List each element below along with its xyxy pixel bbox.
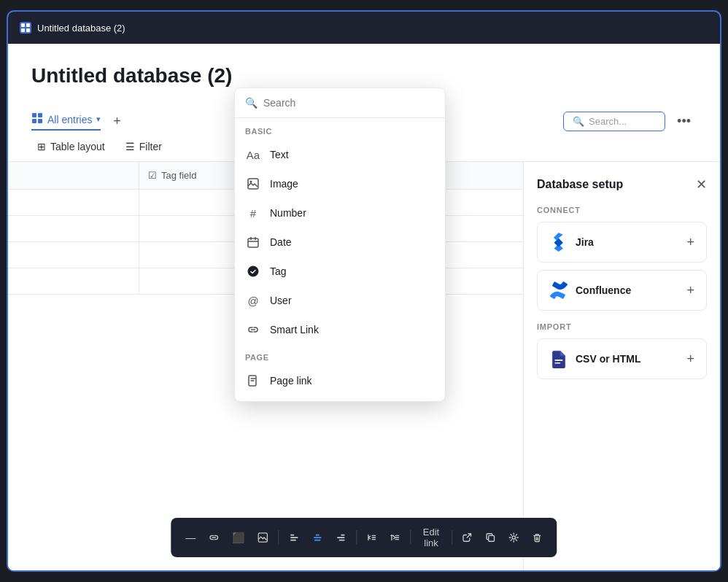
field-type-number[interactable]: # Number [235,198,445,228]
col-tag-label: Tag field [161,170,196,181]
filter-icon: ☰ [125,141,135,152]
search-box[interactable]: 🔍 Search... [563,112,665,131]
import-section: IMPORT CSV or HTML [537,322,707,379]
db-setup-header: Database setup ✕ [537,176,707,193]
svg-rect-21 [314,540,320,541]
jira-add-icon: + [686,235,694,250]
svg-rect-3 [26,28,30,32]
csv-add-icon: + [686,352,694,367]
tool-align-center[interactable] [308,529,327,546]
field-type-user[interactable]: @ User [235,286,445,315]
edit-link-button[interactable]: Edit link [417,524,446,551]
number-field-icon: # [245,205,261,221]
svg-rect-6 [32,119,36,123]
toolbar-divider-1 [278,530,279,545]
svg-point-26 [513,536,516,539]
cell-name-4 [8,268,139,294]
tool-link[interactable] [204,529,223,546]
view-label: All entries [47,114,92,125]
svg-rect-22 [341,535,344,536]
connect-label: CONNECT [537,206,707,214]
tool-indent-left[interactable] [362,529,381,546]
svg-rect-12 [248,238,258,247]
page-section-label: PAGE [235,344,445,366]
svg-rect-8 [555,360,563,361]
user-field-icon: @ [245,292,261,309]
svg-rect-4 [32,113,36,117]
page-link-field-icon [245,373,261,389]
basic-section-label: BASIC [235,118,445,140]
confluence-connect-card[interactable]: Confluence + [537,270,707,311]
title-bar-text: Untitled database (2) [37,23,125,34]
svg-rect-18 [290,540,296,541]
tool-line[interactable]: — [181,529,200,546]
tool-settings[interactable] [505,529,524,546]
page-title: Untitled database (2) [31,64,697,88]
confluence-logo [549,281,568,300]
svg-rect-25 [489,535,495,541]
image-field-icon [245,176,261,192]
field-type-tag[interactable]: Tag [235,257,445,286]
page-link-field-label: Page link [270,375,312,387]
confluence-card-left: Confluence [549,281,631,300]
jira-logo [549,233,568,252]
chevron-down-icon: ▾ [96,115,101,124]
dropdown-search-input[interactable] [263,97,435,109]
table-layout-icon: ⊞ [37,141,46,152]
svg-rect-24 [338,540,344,541]
image-field-label: Image [270,178,298,190]
field-type-dropdown: 🔍 BASIC Aa Text Image # Number [234,88,446,402]
date-field-icon [245,234,261,250]
field-type-date[interactable]: Date [235,228,445,257]
tool-box[interactable]: ⬛ [228,529,249,546]
tag-field-icon [245,263,261,279]
tool-copy[interactable] [481,529,500,546]
tool-external-link[interactable] [458,529,477,546]
csv-card-left: CSV or HTML [549,349,640,368]
toolbar-right: 🔍 Search... ••• [563,111,697,132]
view-selector[interactable]: All entries ▾ [31,112,101,131]
svg-point-11 [250,181,252,183]
dropdown-search-area: 🔍 [235,88,445,118]
csv-file-icon [549,349,568,368]
view-icon [31,112,43,126]
tool-indent-right[interactable] [385,529,404,546]
svg-rect-17 [290,537,298,538]
main-content: Untitled database (2) All entries ▾ + 🔍 … [8,44,720,570]
table-layout-button[interactable]: ⊞ Table layout [31,138,111,155]
search-placeholder: Search... [589,116,627,127]
import-label: IMPORT [537,322,707,331]
svg-rect-23 [337,537,345,538]
add-view-button[interactable]: + [107,112,127,132]
tag-icon: ☑ [148,170,157,181]
bottom-toolbar: — ⬛ Ed [171,518,557,557]
field-type-image[interactable]: Image [235,169,445,198]
svg-rect-7 [38,119,42,123]
dropdown-search-icon: 🔍 [245,97,257,109]
field-type-page-link[interactable]: Page link [235,366,445,395]
jira-connect-card[interactable]: Jira + [537,222,707,263]
tool-delete[interactable] [528,529,547,546]
tool-image[interactable] [253,529,272,546]
more-button[interactable]: ••• [671,111,697,132]
smart-link-field-label: Smart Link [270,324,319,335]
svg-rect-19 [315,535,319,536]
field-type-text[interactable]: Aa Text [235,140,445,169]
toolbar-divider-4 [452,530,452,545]
confluence-name: Confluence [576,284,631,296]
cell-name-2 [8,216,139,241]
tool-align-left[interactable] [284,529,303,546]
title-bar: Untitled database (2) [8,12,720,44]
date-field-label: Date [270,236,292,248]
jira-name: Jira [576,236,594,248]
svg-rect-1 [26,23,30,27]
field-type-smart-link[interactable]: Smart Link [235,315,445,344]
close-db-setup-button[interactable]: ✕ [696,176,707,193]
filter-button[interactable]: ☰ Filter [120,138,168,155]
svg-point-13 [248,266,258,276]
csv-import-card[interactable]: CSV or HTML + [537,338,707,379]
toolbar-divider-2 [356,530,357,545]
tool-align-right[interactable] [331,529,350,546]
db-setup-panel: Database setup ✕ CONNECT Jira [523,162,720,570]
svg-rect-5 [38,113,42,117]
